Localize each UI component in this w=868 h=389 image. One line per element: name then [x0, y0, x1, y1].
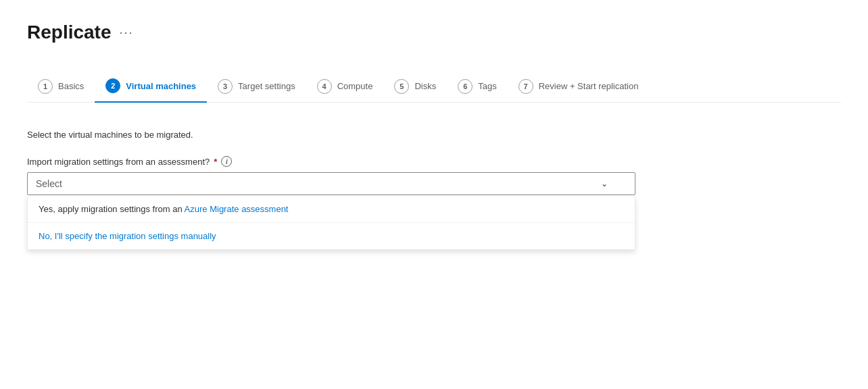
dropdown-option-no-manual[interactable]: No, I'll specify the migration settings …	[28, 222, 635, 249]
dropdown-placeholder: Select	[36, 178, 62, 189]
dropdown-option-yes-assessment[interactable]: Yes, apply migration settings from an Az…	[28, 196, 635, 222]
page-header: Replicate ···	[27, 22, 841, 43]
step-review-start-label: Review + Start replication	[539, 81, 639, 91]
option-yes-link: Azure Migrate assessment	[185, 204, 289, 214]
step-target-settings-label: Target settings	[238, 81, 295, 91]
dropdown-container: Select ⌄ Yes, apply migration settings f…	[27, 172, 635, 195]
assessment-dropdown[interactable]: Select ⌄	[27, 172, 635, 195]
step-tags[interactable]: 6 Tags	[447, 71, 507, 102]
step-virtual-machines-label: Virtual machines	[126, 81, 196, 91]
step-target-settings[interactable]: 3 Target settings	[207, 71, 306, 102]
more-options-icon[interactable]: ···	[120, 26, 134, 40]
option-yes-prefix: Yes, apply migration settings from an	[39, 204, 185, 214]
page-container: Replicate ··· 1 Basics 2 Virtual machine…	[0, 0, 868, 222]
step-basics[interactable]: 1 Basics	[27, 71, 95, 102]
step-disks-label: Disks	[414, 81, 436, 91]
step-target-settings-number: 3	[218, 79, 233, 94]
field-label-row: Import migration settings from an assess…	[27, 156, 841, 167]
field-label-text: Import migration settings from an assess…	[27, 157, 210, 167]
step-review-start-number: 7	[519, 79, 533, 94]
step-tags-number: 6	[458, 79, 473, 94]
dropdown-menu: Yes, apply migration settings from an Az…	[27, 196, 635, 250]
option-no-text: No, I'll specify the migration settings …	[39, 231, 216, 241]
content-area: Select the virtual machines to be migrat…	[27, 124, 841, 201]
step-review-start[interactable]: 7 Review + Start replication	[508, 71, 650, 102]
step-compute-label: Compute	[337, 81, 373, 91]
dropdown-chevron-icon: ⌄	[601, 179, 608, 188]
required-indicator: *	[214, 157, 217, 167]
info-icon[interactable]: i	[221, 156, 232, 167]
step-virtual-machines-number: 2	[105, 78, 120, 93]
step-tags-label: Tags	[478, 81, 496, 91]
page-title: Replicate	[27, 22, 112, 43]
step-basics-label: Basics	[58, 81, 84, 91]
step-disks[interactable]: 5 Disks	[383, 71, 447, 102]
step-disks-number: 5	[394, 79, 409, 94]
section-description: Select the virtual machines to be migrat…	[27, 130, 841, 140]
step-basics-number: 1	[38, 79, 53, 94]
step-compute-number: 4	[317, 79, 332, 94]
step-compute[interactable]: 4 Compute	[306, 71, 384, 102]
wizard-steps: 1 Basics 2 Virtual machines 3 Target set…	[27, 70, 841, 103]
step-virtual-machines[interactable]: 2 Virtual machines	[95, 70, 207, 103]
